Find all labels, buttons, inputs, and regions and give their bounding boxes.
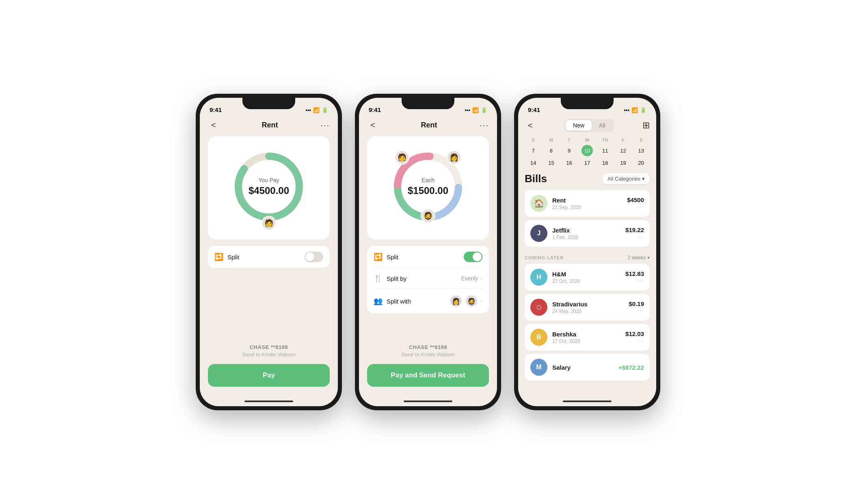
status-time-2: 9:41 (369, 106, 381, 113)
nav-header-2: < Rent ··· (359, 116, 497, 136)
bill-item-bershka[interactable]: B Bershka 17 Oct, 2020 $12.03 ··· (525, 324, 650, 351)
bill-dots-bershka[interactable]: ··· (625, 337, 644, 345)
bill-amount-strad: $0.19 (629, 300, 644, 307)
status-icons-1: ▪▪▪ 📶 🔋 (305, 107, 328, 113)
bill-info-salary: Salary (552, 364, 614, 371)
bill-dots-hm[interactable]: ··· (625, 277, 644, 284)
cal-day-8[interactable]: 8 (545, 145, 557, 156)
split-section-2: 🔁 Split 🍴 Split by Evenly › (367, 246, 489, 313)
cal-day-18[interactable]: 18 (599, 157, 611, 168)
bill-name-hm: H&M (552, 271, 620, 278)
cal-day-10[interactable]: 10 (581, 145, 593, 156)
screen-content-1: You Pay $4500.00 🧑 🔁 Split (200, 136, 338, 364)
avatar-p2: 👩 (447, 150, 461, 165)
home-bar-3 (563, 401, 612, 402)
bills-title: Bills (525, 172, 547, 185)
donut-card-2: 🧑 👩 🧔 Each $1500.00 (367, 136, 489, 239)
more-button-2[interactable]: ··· (480, 121, 489, 130)
bill-item-hm[interactable]: H H&M 22 Oct, 2020 $12.83 ··· (525, 264, 650, 291)
bill-right-hm: $12.83 ··· (625, 270, 644, 284)
split-by-value: Evenly (461, 275, 478, 282)
tab-all[interactable]: All (592, 120, 613, 131)
signal-icon-3: ▪▪▪ (624, 107, 629, 113)
cal-hdr-f: F (614, 136, 631, 144)
cal-day-14[interactable]: 14 (527, 157, 539, 168)
bill-dots-jetflix[interactable]: ··· (625, 233, 644, 241)
bill-amount-jetflix: $19.22 (625, 226, 644, 233)
split-toggle-1[interactable] (305, 252, 323, 262)
cal-day-7[interactable]: 7 (527, 145, 539, 156)
bill-name-jetflix: Jetflix (552, 227, 620, 234)
bill-icon-rent: 🏠 (530, 195, 547, 212)
avatar-p3: 🧔 (421, 209, 435, 223)
cal-day-12[interactable]: 12 (618, 145, 629, 156)
bill-amount-hm: $12.83 (625, 270, 644, 277)
bill-name-strad: Stradivarius (552, 301, 624, 308)
donut-center-2: Each $1500.00 (408, 177, 448, 196)
donut-amount-1: $4500.00 (249, 185, 289, 196)
split-toggle-2[interactable] (464, 252, 482, 262)
bill-item-rent[interactable]: 🏠 Rent 21 Sep, 2020 $4500 ··· (525, 190, 650, 217)
cal-day-15[interactable]: 15 (545, 157, 557, 168)
payment-info-2: CHASE **8198 Send to Kristin Watson (367, 344, 489, 364)
split-by-row[interactable]: 🍴 Split by Evenly › (374, 268, 482, 289)
bills-list-section: Bills All Categories ▾ 🏠 Rent 21 Sep, 20… (518, 172, 656, 396)
bill-date-strad: 24 May, 2020 (552, 308, 624, 314)
category-filter[interactable]: All Categories ▾ (603, 173, 650, 184)
coming-later-time[interactable]: 2 weeks ▾ (628, 255, 650, 261)
more-button-1[interactable]: ··· (320, 121, 330, 130)
pay-button-2[interactable]: Pay and Send Request (367, 364, 489, 387)
bill-amount-salary: +$972.22 (618, 364, 644, 371)
status-time-3: 9:41 (528, 106, 540, 113)
payment-recipient-2: Send to Kristin Watson (367, 351, 489, 358)
split-with-avatar-2: 🧔 (465, 295, 478, 308)
bill-amount-bershka: $12.03 (625, 330, 644, 337)
cal-day-11[interactable]: 11 (599, 145, 611, 156)
bill-item-salary[interactable]: M Salary +$972.22 (525, 354, 650, 381)
calendar-grid: S M T W TH F S 7 8 9 10 11 12 13 14 15 1 (525, 136, 650, 168)
bill-dots-rent[interactable]: ··· (627, 203, 644, 211)
avatar-1: 🧑 (262, 216, 276, 230)
payment-account-1: CHASE **8198 (208, 344, 330, 350)
bill-icon-strad: ⬡ (530, 299, 547, 316)
bill-item-strad[interactable]: ⬡ Stradivarius 24 May, 2020 $0.19 ··· (525, 294, 650, 321)
cal-day-13[interactable]: 13 (636, 145, 647, 156)
back-button-1[interactable]: < (208, 119, 219, 131)
split-icon-2: 🔁 (374, 252, 383, 261)
bill-icon-bershka: B (530, 329, 547, 346)
split-label-1: Split (227, 254, 239, 261)
bill-right-bershka: $12.03 ··· (625, 330, 644, 345)
bill-item-jetflix[interactable]: J Jetflix 1 Feb, 2020 $19.22 ··· (525, 220, 650, 247)
cal-day-17[interactable]: 17 (581, 157, 593, 168)
cal-hdr-s2: S (633, 136, 650, 144)
donut2-wrapper: 🧑 👩 🧔 Each $1500.00 (387, 146, 469, 227)
split-with-row[interactable]: 👥 Split with 👩 🧔 › (374, 289, 482, 313)
cal-day-9[interactable]: 9 (564, 145, 575, 156)
donut-card-1: You Pay $4500.00 🧑 (208, 136, 330, 239)
home-indicator-2 (359, 396, 497, 406)
cal-hdr-th: TH (597, 136, 614, 144)
back-button-3[interactable]: < (525, 119, 536, 132)
bill-info-rent: Rent 21 Sep, 2020 (552, 197, 622, 210)
pay-button-1[interactable]: Pay (208, 364, 330, 387)
bill-date-jetflix: 1 Feb, 2020 (552, 235, 620, 240)
cal-hdr-m: M (543, 136, 560, 144)
back-button-2[interactable]: < (367, 119, 378, 131)
cal-day-20[interactable]: 20 (636, 157, 647, 168)
split-by-label: Split by (387, 275, 406, 282)
chevron-icon-2: › (480, 298, 482, 304)
phone-2: 9:41 ▪▪▪ 📶 🔋 < Rent ··· (355, 94, 501, 410)
nav-header-1: < Rent ··· (200, 116, 338, 136)
bill-dots-strad[interactable]: ··· (629, 307, 644, 314)
cal-day-16[interactable]: 16 (564, 157, 575, 168)
cal-day-19[interactable]: 19 (618, 157, 629, 168)
tab-new[interactable]: New (566, 120, 592, 131)
coming-later-label: COMING LATER (525, 255, 564, 260)
qr-icon[interactable]: ⊞ (642, 120, 650, 131)
home-indicator-3 (518, 396, 656, 406)
calendar-section: S M T W TH F S 7 8 9 10 11 12 13 14 15 1 (518, 136, 656, 172)
bills-tabs: New All (564, 119, 614, 132)
notch-1 (242, 98, 295, 109)
bill-info-bershka: Bershka 17 Oct, 2020 (552, 331, 620, 344)
split-by-icon: 🍴 (374, 274, 383, 283)
